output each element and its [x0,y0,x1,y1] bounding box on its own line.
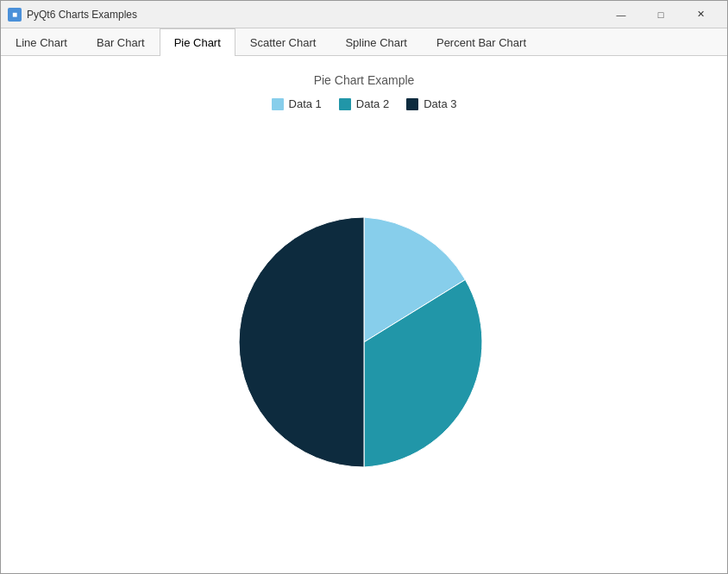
tab-pie-chart[interactable]: Pie Chart [160,28,235,56]
legend-label-data2: Data 2 [356,97,389,110]
window-controls: — □ ✕ [601,1,720,28]
tab-line-chart[interactable]: Line Chart [1,28,82,56]
app-icon: ■ [8,8,22,22]
chart-area: Pie Chart Example Data 1 Data 2 Data 3 [1,56,727,573]
legend-item-data2: Data 2 [339,97,389,110]
app-window: ■ PyQt6 Charts Examples — □ ✕ Line Chart… [0,0,728,574]
legend-color-data1 [272,98,284,110]
window-title: PyQt6 Charts Examples [27,9,137,21]
titlebar-left: ■ PyQt6 Charts Examples [8,8,137,22]
pie-container [226,128,502,556]
legend-item-data1: Data 1 [272,97,322,110]
legend-color-data3 [406,98,418,110]
legend-color-data2 [339,98,351,110]
tabs-bar: Line Chart Bar Chart Pie Chart Scatter C… [1,28,727,56]
maximize-button[interactable]: □ [641,1,681,28]
legend-item-data3: Data 3 [406,97,456,110]
legend-label-data3: Data 3 [424,97,456,110]
pie-chart-svg [226,204,502,480]
tab-percent-bar-chart[interactable]: Percent Bar Chart [422,28,541,56]
close-button[interactable]: ✕ [681,1,720,28]
legend-label-data1: Data 1 [289,97,322,110]
pie-slice-data3 [239,217,364,467]
tab-scatter-chart[interactable]: Scatter Chart [235,28,331,56]
minimize-button[interactable]: — [601,1,641,28]
chart-legend: Data 1 Data 2 Data 3 [272,97,457,110]
tab-bar-chart[interactable]: Bar Chart [82,28,160,56]
titlebar: ■ PyQt6 Charts Examples — □ ✕ [1,1,727,28]
chart-title: Pie Chart Example [314,73,415,87]
tab-spline-chart[interactable]: Spline Chart [330,28,422,56]
